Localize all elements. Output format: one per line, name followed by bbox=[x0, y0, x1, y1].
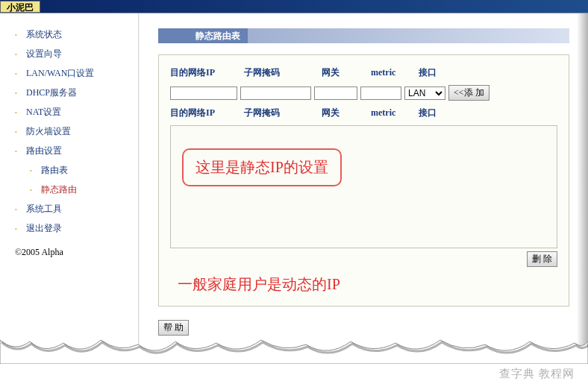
col-metric: metric bbox=[371, 67, 416, 78]
help-row: 帮 助 bbox=[158, 320, 569, 336]
nav-lan-wan[interactable]: LAN/WAN口设置 bbox=[7, 63, 131, 83]
col2-metric: metric bbox=[371, 107, 416, 119]
copyright: ©2005 Alpha bbox=[7, 238, 131, 258]
sidebar: 系统状态 设置向导 LAN/WAN口设置 DHCP服务器 NAT设置 防火墙设置… bbox=[0, 13, 138, 345]
col-netmask: 子网掩码 bbox=[244, 66, 319, 79]
content-area: 静态路由表 目的网络IP 子网掩码 网关 metric 接口 LAN <<添 加 bbox=[140, 13, 588, 345]
nav-system-status[interactable]: 系统状态 bbox=[7, 25, 131, 44]
input-row: LAN <<添 加 bbox=[170, 85, 557, 101]
torn-edge bbox=[0, 334, 588, 364]
form-panel: 目的网络IP 子网掩码 网关 metric 接口 LAN <<添 加 目的网络I… bbox=[158, 54, 569, 306]
nav-dhcp[interactable]: DHCP服务器 bbox=[7, 83, 131, 102]
nav-static-route[interactable]: 静态路由 bbox=[7, 180, 131, 199]
input-netmask[interactable] bbox=[240, 87, 311, 100]
col2-netmask: 子网掩码 bbox=[244, 107, 319, 119]
help-button[interactable]: 帮 助 bbox=[158, 320, 189, 336]
shadow-edge bbox=[577, 13, 588, 349]
routes-data-area: 这里是静态IP的设置 bbox=[170, 125, 557, 248]
nav-routing[interactable]: 路由设置 bbox=[7, 141, 131, 160]
title-bar: 小泥巴 bbox=[0, 0, 588, 13]
nav-firewall[interactable]: 防火墙设置 bbox=[7, 122, 131, 141]
nav-setup-wizard[interactable]: 设置向导 bbox=[7, 44, 131, 63]
add-button[interactable]: <<添 加 bbox=[448, 85, 490, 101]
col2-interface: 接口 bbox=[419, 107, 456, 119]
input-dest-ip[interactable] bbox=[170, 87, 237, 100]
header-row-1: 目的网络IP 子网掩码 网关 metric 接口 bbox=[170, 66, 557, 79]
col-dest-ip: 目的网络IP bbox=[170, 66, 241, 79]
input-gateway[interactable] bbox=[314, 87, 357, 100]
watermark: 查字典 教程网 bbox=[499, 367, 575, 381]
nav-list: 系统状态 设置向导 LAN/WAN口设置 DHCP服务器 NAT设置 防火墙设置… bbox=[7, 25, 131, 238]
delete-button[interactable]: 删 除 bbox=[527, 251, 557, 267]
header-row-2: 目的网络IP 子网掩码 网关 metric 接口 bbox=[170, 107, 557, 119]
nav-logout[interactable]: 退出登录 bbox=[7, 218, 131, 238]
app-title: 小泥巴 bbox=[0, 1, 40, 13]
input-metric[interactable] bbox=[360, 87, 401, 100]
nav-system-tools[interactable]: 系统工具 bbox=[7, 199, 131, 218]
page-title-bar: 静态路由表 bbox=[158, 28, 569, 43]
main-container: 系统状态 设置向导 LAN/WAN口设置 DHCP服务器 NAT设置 防火墙设置… bbox=[0, 13, 588, 345]
annotation-dynamic-ip: 一般家庭用户是动态的IP bbox=[170, 274, 557, 295]
col2-dest-ip: 目的网络IP bbox=[170, 107, 241, 119]
nav-nat[interactable]: NAT设置 bbox=[7, 102, 131, 122]
annotation-static-ip: 这里是静态IP的设置 bbox=[182, 148, 342, 186]
nav-route-table[interactable]: 路由表 bbox=[7, 160, 131, 180]
col-gateway: 网关 bbox=[322, 66, 368, 79]
col2-gateway: 网关 bbox=[322, 107, 368, 119]
page-title: 静态路由表 bbox=[188, 28, 248, 43]
select-interface[interactable]: LAN bbox=[404, 87, 445, 100]
delete-row: 删 除 bbox=[170, 251, 557, 267]
col-interface: 接口 bbox=[419, 66, 456, 79]
